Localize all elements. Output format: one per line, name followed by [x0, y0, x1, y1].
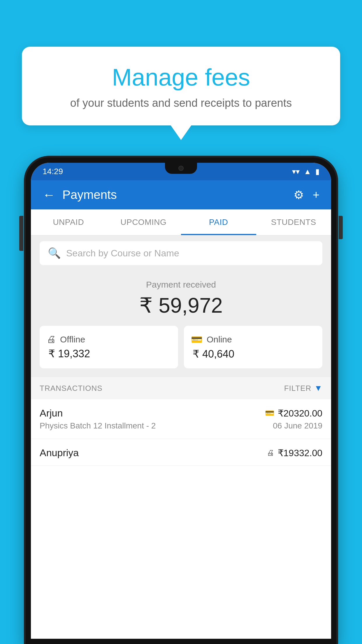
back-button[interactable]: ← [43, 188, 55, 201]
transactions-header: TRANSACTIONS FILTER ▼ [31, 377, 331, 399]
payment-received-label: Payment received [40, 280, 322, 290]
transaction-date: 06 June 2019 [273, 421, 322, 430]
phone-frame: 14:29 ▾▾ ▲ ▮ ← Payments ⚙ + UNPAID UPCOM… [26, 158, 336, 644]
transaction-amount: 💳 ₹20320.00 [265, 408, 322, 419]
online-amount: ₹ 40,640 [191, 348, 315, 360]
offline-amount: ₹ 19,332 [47, 348, 171, 360]
transaction-top: Arjun 💳 ₹20320.00 [40, 407, 322, 419]
transaction-bottom: Physics Batch 12 Installment - 2 06 June… [40, 421, 322, 430]
phone-notch [165, 163, 197, 174]
signal-icon: ▲ [304, 167, 311, 176]
transaction-row: Arjun 💳 ₹20320.00 Physics Batch 12 Insta… [31, 399, 331, 439]
settings-icon[interactable]: ⚙ [294, 188, 304, 202]
transaction-name: Anupriya [40, 447, 79, 459]
battery-icon: ▮ [315, 167, 319, 176]
offline-payment-card: 🖨 Offline ₹ 19,332 [40, 326, 178, 368]
bubble-title: Manage fees [36, 64, 326, 90]
tab-unpaid[interactable]: UNPAID [31, 209, 106, 235]
offline-card-header: 🖨 Offline [47, 334, 171, 345]
front-camera [178, 166, 184, 171]
wifi-icon: ▾▾ [292, 167, 300, 176]
transaction-top: Anupriya 🖨 ₹19332.00 [40, 447, 322, 459]
app-header: ← Payments ⚙ + [31, 180, 331, 209]
transaction-row: Anupriya 🖨 ₹19332.00 [31, 439, 331, 466]
filter-button[interactable]: FILTER ▼ [284, 384, 322, 393]
status-time: 14:29 [43, 167, 63, 176]
tab-paid[interactable]: PAID [181, 209, 256, 235]
offline-label: Offline [60, 335, 85, 344]
transaction-name: Arjun [40, 407, 63, 419]
transaction-amount-value: ₹19332.00 [278, 447, 322, 459]
online-payment-card: 💳 Online ₹ 40,640 [184, 326, 322, 368]
payment-cards: 🖨 Offline ₹ 19,332 💳 Online ₹ 40,640 [40, 326, 322, 368]
online-label: Online [207, 335, 232, 344]
header-actions: ⚙ + [294, 188, 319, 202]
phone-screen: 14:29 ▾▾ ▲ ▮ ← Payments ⚙ + UNPAID UPCOM… [31, 163, 331, 639]
transaction-course: Physics Batch 12 Installment - 2 [40, 421, 156, 430]
transaction-amount: 🖨 ₹19332.00 [267, 447, 322, 459]
payment-section: Payment received ₹ 59,972 🖨 Offline ₹ 19… [31, 271, 331, 377]
tab-upcoming[interactable]: UPCOMING [106, 209, 181, 235]
bubble-subtitle: of your students and send receipts to pa… [36, 97, 326, 109]
speech-bubble: Manage fees of your students and send re… [22, 47, 340, 125]
tabs: UNPAID UPCOMING PAID STUDENTS [31, 209, 331, 235]
search-icon: 🔍 [48, 247, 61, 259]
transactions-list: Arjun 💳 ₹20320.00 Physics Batch 12 Insta… [31, 399, 331, 639]
online-icon: 💳 [191, 334, 203, 345]
tab-students[interactable]: STUDENTS [256, 209, 331, 235]
search-placeholder-text: Search by Course or Name [66, 248, 179, 259]
transaction-amount-value: ₹20320.00 [278, 408, 322, 419]
offline-payment-icon: 🖨 [267, 448, 274, 457]
filter-label: FILTER [284, 384, 312, 393]
page-title: Payments [62, 188, 294, 202]
search-bar[interactable]: 🔍 Search by Course or Name [40, 241, 322, 265]
filter-icon: ▼ [314, 384, 322, 393]
online-payment-icon: 💳 [265, 409, 274, 418]
add-icon[interactable]: + [313, 188, 319, 202]
status-icons: ▾▾ ▲ ▮ [292, 167, 319, 176]
transactions-label: TRANSACTIONS [40, 384, 103, 393]
offline-icon: 🖨 [47, 334, 56, 345]
online-card-header: 💳 Online [191, 334, 315, 345]
search-container: 🔍 Search by Course or Name [31, 235, 331, 271]
payment-total-amount: ₹ 59,972 [40, 293, 322, 318]
